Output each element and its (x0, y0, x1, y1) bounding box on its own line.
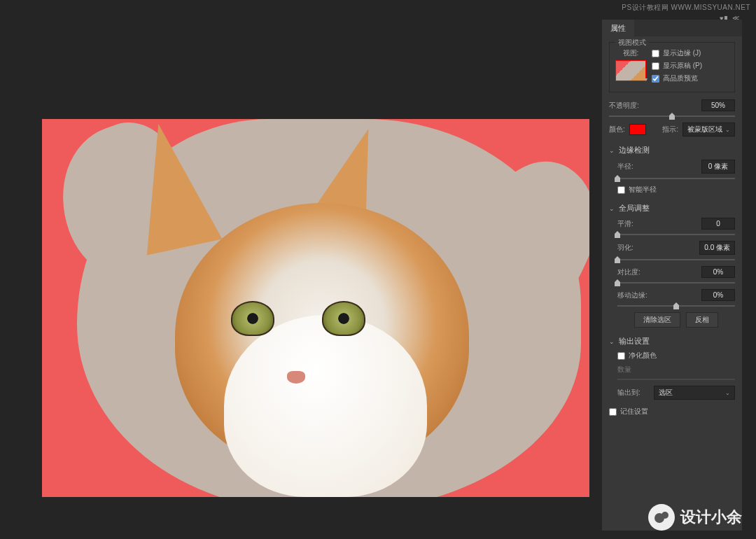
dropdown-value: 选区 (659, 388, 673, 398)
contrast-label: 对比度: (617, 267, 650, 277)
contrast-slider[interactable] (617, 282, 735, 284)
checkbox-label: 智能半径 (629, 185, 657, 195)
checkbox-input[interactable] (609, 408, 617, 416)
smart-radius-checkbox[interactable]: 智能半径 (617, 185, 735, 195)
watermark-top: PS设计教程网 WWW.MISSYUAN.NET (622, 3, 750, 13)
indicate-dropdown[interactable]: 被蒙版区域 ⌄ (682, 122, 735, 136)
chevron-down-icon: ⌄ (725, 390, 730, 396)
color-label: 颜色: (609, 125, 625, 134)
radius-label: 半径: (617, 162, 650, 172)
smooth-value[interactable]: 0 (701, 218, 735, 230)
radius-value[interactable]: 0 像素 (701, 160, 735, 174)
section-title: 边缘检测 (619, 145, 650, 155)
section-title: 全局调整 (619, 203, 650, 214)
clear-selection-button[interactable]: 清除选区 (634, 312, 680, 328)
checkbox-input[interactable] (617, 352, 625, 360)
image-content (322, 301, 365, 336)
shift-edge-label: 移动边缘: (617, 290, 657, 300)
dropdown-value: 被蒙版区域 (687, 125, 722, 134)
global-adjust-section[interactable]: ⌄ 全局调整 (609, 203, 735, 214)
checkbox-label: 高品质预览 (663, 74, 698, 83)
image-content (287, 371, 305, 384)
edge-detection-section[interactable]: ⌄ 边缘检测 (609, 145, 735, 155)
output-settings-section[interactable]: ⌄ 输出设置 (609, 336, 735, 346)
feather-label: 羽化: (617, 243, 650, 253)
indicate-label: 指示: (662, 125, 678, 134)
checkbox-label: 显示原稿 (P) (663, 61, 702, 71)
section-title: 输出设置 (619, 336, 650, 346)
output-to-label: 输出到: (617, 388, 650, 398)
remember-settings-checkbox[interactable]: 记住设置 (609, 407, 735, 416)
wechat-icon (648, 504, 675, 531)
contrast-value[interactable]: 0% (701, 266, 735, 278)
amount-label: 数量 (617, 365, 631, 374)
watermark-text: 设计小余 (680, 507, 742, 528)
feather-value[interactable]: 0.0 像素 (699, 241, 735, 255)
shift-edge-slider[interactable] (617, 305, 735, 307)
checkbox-input[interactable] (617, 186, 625, 194)
opacity-value[interactable]: 50% (701, 99, 735, 111)
checkbox-label: 显示边缘 (J) (663, 48, 701, 58)
checkbox-input[interactable] (652, 62, 659, 70)
shift-edge-value[interactable]: 0% (701, 289, 735, 301)
chevron-down-icon: ⌄ (609, 147, 615, 154)
view-thumbnail-label: 视图: (623, 48, 639, 58)
opacity-label: 不透明度: (609, 101, 641, 111)
image-content (231, 301, 274, 336)
properties-panel: ▾▮ ≪ 属性 视图模式 视图: ▾ 显示边缘 (J) (602, 20, 742, 531)
amount-slider (617, 379, 735, 380)
checkbox-label: 记住设置 (620, 407, 648, 416)
chevron-down-icon: ⌄ (725, 127, 730, 133)
watermark-bottom: 设计小余 (648, 504, 742, 531)
image-content (224, 315, 427, 497)
high-quality-checkbox[interactable]: 高品质预览 (652, 74, 729, 83)
show-original-checkbox[interactable]: 显示原稿 (P) (652, 61, 729, 71)
show-edge-checkbox[interactable]: 显示边缘 (J) (652, 48, 729, 58)
feather-slider[interactable] (617, 259, 735, 260)
checkbox-label: 净化颜色 (629, 351, 657, 360)
view-mode-group: 视图模式 视图: ▾ 显示边缘 (J) 显示原稿 (P) (609, 42, 735, 92)
color-swatch[interactable] (629, 124, 646, 135)
panel-header: 属性 (602, 20, 742, 36)
radius-slider[interactable] (617, 178, 735, 179)
view-mode-title: 视图模式 (615, 38, 649, 48)
panel-tab-properties[interactable]: 属性 (602, 20, 634, 37)
chevron-down-icon: ⌄ (609, 205, 615, 212)
smooth-slider[interactable] (617, 234, 735, 235)
opacity-slider[interactable] (609, 115, 735, 117)
chevron-down-icon: ⌄ (609, 338, 615, 345)
canvas-workspace[interactable] (42, 119, 589, 497)
view-mode-thumbnail[interactable]: ▾ (615, 60, 646, 81)
smooth-label: 平滑: (617, 219, 650, 229)
checkbox-input[interactable] (652, 50, 659, 57)
output-to-dropdown[interactable]: 选区 ⌄ (654, 386, 735, 400)
invert-button[interactable]: 反相 (686, 312, 718, 328)
purify-colors-checkbox[interactable]: 净化颜色 (617, 351, 735, 360)
checkbox-input[interactable] (652, 75, 659, 83)
chevron-down-icon: ▾ (645, 76, 648, 83)
